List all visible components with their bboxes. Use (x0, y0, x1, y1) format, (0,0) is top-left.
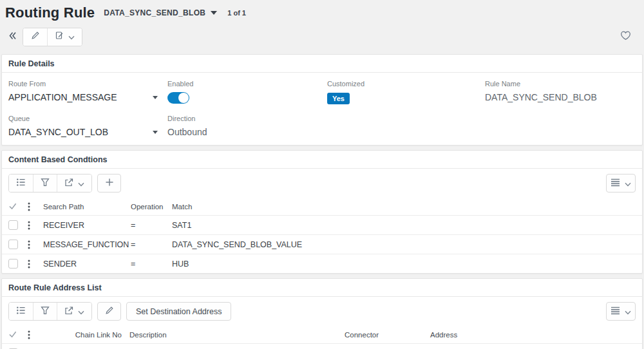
rule-details-title: Rule Details (2, 55, 642, 73)
cell-operation: = (131, 221, 172, 230)
column-match[interactable]: Match (172, 203, 642, 211)
address-list-title: Route Rule Address List (2, 279, 642, 297)
select-all-header[interactable] (8, 330, 28, 339)
field-enabled: Enabled (167, 80, 327, 104)
favorite-button[interactable] (618, 28, 632, 46)
address-list-toolbar: Set Destination Address (2, 297, 642, 326)
customized-badge: Yes (327, 93, 350, 104)
toggle-knob (178, 93, 189, 103)
chevron-down-icon (68, 31, 75, 42)
check-icon (8, 330, 17, 339)
columns-icon (611, 178, 620, 189)
address-toolbar-group (8, 302, 92, 321)
filter-button[interactable] (33, 174, 57, 192)
cell-search-path: SENDER (43, 259, 131, 269)
double-chevron-left-icon (8, 31, 17, 43)
column-address[interactable]: Address (430, 331, 642, 339)
column-chain-link-no[interactable]: Chain Link No (43, 331, 122, 339)
column-connector[interactable]: Connector (337, 331, 430, 339)
column-description[interactable]: Description (122, 331, 337, 339)
cell-operation: = (131, 240, 172, 249)
edit-address-button[interactable] (97, 302, 121, 321)
column-operation[interactable]: Operation (131, 203, 172, 211)
annotate-menu-button[interactable] (47, 28, 82, 46)
address-columns-button[interactable] (606, 302, 636, 321)
cell-match: SAT1 (172, 221, 642, 230)
record-selector[interactable]: DATA_SYNC_SEND_BLOB (104, 8, 217, 17)
kebab-icon[interactable] (28, 259, 43, 269)
cell-search-path: MESSAGE_FUNCTION (43, 240, 131, 249)
address-list-card: Route Rule Address List (1, 278, 643, 349)
export-menu-button[interactable] (57, 303, 91, 320)
rule-name-value: DATA_SYNC_SEND_BLOB (485, 92, 636, 102)
kebab-icon[interactable] (28, 221, 43, 230)
field-route-from: Route From APPLICATION_MESSAGE (8, 80, 167, 104)
edit-button[interactable] (23, 28, 47, 46)
heart-icon (620, 30, 631, 43)
condition-row: RECEIVER = SAT1 (2, 215, 642, 234)
route-from-select[interactable]: APPLICATION_MESSAGE (8, 92, 158, 102)
chevron-down-icon (211, 11, 217, 15)
conditions-toolbar (2, 169, 642, 198)
title-row: Routing Rule DATA_SYNC_SEND_BLOB 1 of 1 (5, 5, 638, 21)
kebab-menu-header (28, 202, 43, 211)
list-view-icon (16, 306, 26, 317)
enabled-toggle[interactable] (167, 92, 189, 104)
page-header: Routing Rule DATA_SYNC_SEND_BLOB 1 of 1 (0, 0, 644, 46)
rule-name-label: Rule Name (485, 80, 636, 88)
row-checkbox[interactable] (8, 220, 18, 230)
condition-row: MESSAGE_FUNCTION = DATA_SYNC_SEND_BLOB_V… (2, 234, 642, 254)
conditions-table-header: Search Path Operation Match (2, 198, 642, 215)
pencil-icon (105, 306, 114, 317)
filter-button[interactable] (33, 303, 57, 320)
queue-value: DATA_SYNC_OUT_LOB (8, 127, 108, 137)
list-view-button[interactable] (9, 174, 33, 192)
chevron-down-icon (78, 178, 84, 189)
conditions-columns-button[interactable] (606, 174, 636, 193)
cell-operation: = (131, 259, 172, 269)
columns-icon (611, 306, 620, 317)
conditions-title: Content Based Condtions (2, 151, 642, 169)
pencil-icon (31, 31, 40, 42)
add-condition-button[interactable] (97, 174, 121, 193)
header-action-group (23, 28, 82, 46)
plus-icon (105, 178, 114, 189)
field-rule-name: Rule Name DATA_SYNC_SEND_BLOB (485, 80, 636, 104)
direction-value: Outbound (167, 127, 327, 137)
export-icon (64, 306, 73, 317)
record-count: 1 of 1 (227, 9, 246, 17)
queue-select[interactable]: DATA_SYNC_OUT_LOB (8, 127, 158, 137)
row-checkbox[interactable] (8, 259, 18, 269)
export-icon (64, 178, 73, 189)
cell-search-path: RECEIVER (43, 221, 131, 230)
export-menu-button[interactable] (57, 174, 91, 192)
conditions-toolbar-group (8, 174, 92, 193)
chevron-down-icon (625, 178, 631, 189)
kebab-icon[interactable] (28, 240, 43, 249)
enabled-label: Enabled (167, 80, 327, 88)
list-view-button[interactable] (9, 303, 33, 320)
set-destination-address-button[interactable]: Set Destination Address (126, 302, 231, 321)
record-selector-label: DATA_SYNC_SEND_BLOB (104, 8, 205, 17)
conditions-card: Content Based Condtions (1, 150, 643, 274)
filter-icon (41, 306, 50, 317)
route-from-value: APPLICATION_MESSAGE (8, 92, 117, 102)
field-customized: Customized Yes (327, 80, 485, 104)
address-table-header: Chain Link No Description Connector Addr… (2, 326, 642, 343)
rule-details-card: Rule Details Route From APPLICATION_MESS… (1, 54, 643, 146)
chevron-down-icon (625, 306, 631, 317)
check-icon (8, 202, 17, 211)
filter-icon (41, 178, 50, 189)
main-toolbar (5, 27, 638, 46)
field-direction: Direction Outbound (167, 115, 327, 137)
cell-match: DATA_SYNC_SEND_BLOB_VALUE (172, 240, 642, 249)
select-all-header[interactable] (8, 202, 28, 211)
column-search-path[interactable]: Search Path (43, 203, 131, 211)
row-checkbox[interactable] (8, 240, 18, 249)
address-row: 1 DATA_SYNC_SEND_LOB_DATA Http https://d… (2, 343, 642, 349)
direction-label: Direction (167, 115, 327, 122)
rule-details-form: Route From APPLICATION_MESSAGE Enabled C… (2, 73, 642, 145)
list-view-icon (16, 178, 26, 189)
collapse-button[interactable] (5, 28, 19, 46)
customized-label: Customized (327, 80, 485, 88)
